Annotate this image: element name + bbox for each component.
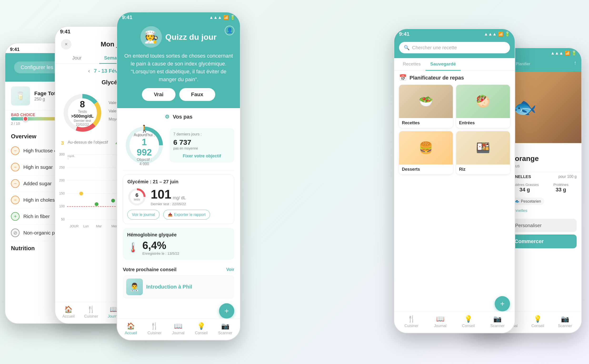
glycemie-actions: Voir le journal 📤 Exporter le rapport xyxy=(127,210,230,220)
cook-icon-3: 🍴 xyxy=(150,322,159,330)
tab-sauvegarde[interactable]: Sauvegardé xyxy=(425,58,461,71)
tab-jour[interactable]: Jour xyxy=(67,53,86,64)
recipe-card-4[interactable]: 🍱 Riz xyxy=(456,131,510,174)
nav-conseil-3[interactable]: 💡 Conseil xyxy=(195,322,207,335)
prev-arrow[interactable]: ‹ xyxy=(88,68,90,74)
nt-value-proteines: 33 g xyxy=(545,187,577,193)
conseil-card: 👨‍⚕️ Introduction à Phil xyxy=(117,272,240,301)
tab-recettes[interactable]: Recettes xyxy=(398,58,425,71)
svg-text:JOUR: JOUR xyxy=(70,224,78,228)
good-icon-1: + xyxy=(11,212,19,221)
home-icon: 🏠 xyxy=(64,306,73,313)
recipe-card-2[interactable]: 🥙 Entrées xyxy=(456,85,510,128)
nav-scanner-5[interactable]: 📷 Scanner xyxy=(558,315,572,328)
hba1c-sub: Enregistrée le : 13/5/22 xyxy=(142,251,179,255)
user-icon[interactable]: 👤 xyxy=(225,26,234,35)
journal-icon-3: 📖 xyxy=(174,322,182,330)
svg-text:mg/dL: mg/dL xyxy=(68,155,75,157)
nav-conseil-4[interactable]: 💡 Conseil xyxy=(462,315,475,328)
donut-date: 22/02/22 xyxy=(71,123,94,126)
donut-tests-label: Tests xyxy=(71,110,94,114)
nav-cuisiner[interactable]: 🍴 Cuisiner xyxy=(84,306,98,318)
gc-value: 101 xyxy=(151,188,171,201)
gc-circle-inner: 6 tests xyxy=(134,192,140,201)
time-2: 9:41 xyxy=(60,29,71,35)
exporter-btn[interactable]: 📤 Exporter le rapport xyxy=(163,210,210,220)
svg-point-17 xyxy=(79,192,83,195)
svg-text:250: 250 xyxy=(59,165,65,169)
hba1c-section: Hémoglobine glyquée 🌡️ 6,4% Enregistrée … xyxy=(117,228,240,264)
nav-label-conseil-3: Conseil xyxy=(195,331,207,335)
nav-scanner-3[interactable]: 📷 Scanner xyxy=(218,322,232,335)
svg-text:100: 100 xyxy=(59,204,65,208)
quiz-btn-faux[interactable]: Faux xyxy=(179,88,215,101)
conseil-icon-3: 💡 xyxy=(197,322,206,330)
quiz-title-row: 🧑‍🍳 Quizz du jour xyxy=(123,26,234,48)
share-icon[interactable]: ↑ xyxy=(574,59,577,68)
warn-icon-1: − xyxy=(11,146,19,155)
overview-text-3: Added sugar xyxy=(23,181,52,186)
recipe-tabs: Recettes Sauvegardé xyxy=(394,58,515,71)
fish-icon: 🐟 xyxy=(515,199,519,203)
nav-journal-3[interactable]: 📖 Journal xyxy=(172,322,184,335)
svg-text:50: 50 xyxy=(61,217,65,221)
nt-per: pour 100 g xyxy=(558,175,577,181)
nav-label-cuisiner-3: Cuisiner xyxy=(148,331,162,335)
calendar-icon: 📅 xyxy=(399,74,407,81)
recipe-card-1[interactable]: 🥗 Recettes xyxy=(399,85,453,128)
quiz-btn-vrai[interactable]: Vrai xyxy=(142,88,175,101)
gc-tests: 6 xyxy=(134,192,140,198)
svg-text:300: 300 xyxy=(59,152,65,156)
recipe-label-2: Entrées xyxy=(456,118,510,128)
planif-header: 📅 Planificateur de repas xyxy=(394,71,515,85)
nav-label-accueil-3: Accueil xyxy=(125,331,137,335)
steps-goal-value: 4 000 xyxy=(134,162,155,166)
voir-journal-btn[interactable]: Voir le journal xyxy=(127,210,160,220)
nav-label-cuisiner: Cuisiner xyxy=(84,314,98,318)
nav-label-scanner-3: Scanner xyxy=(218,331,232,335)
nav-cuisiner-4[interactable]: 🍴 Cuisiner xyxy=(404,315,419,328)
fab-recipe-btn[interactable]: + xyxy=(495,296,510,311)
nav-accueil[interactable]: 🏠 Accueil xyxy=(62,306,75,318)
glycemie-card: Glycémie : 21 – 27 juin 6 tests xyxy=(123,175,234,224)
cook-icon-4: 🍴 xyxy=(407,315,416,323)
nav-conseil-5[interactable]: 💡 Conseil xyxy=(531,315,544,328)
close-btn[interactable]: × xyxy=(61,39,71,50)
gc-last-test: Dernier test : 22/05/22 xyxy=(151,202,186,206)
recipe-card-3[interactable]: 🍔 Desserts xyxy=(399,131,453,174)
nav-cuisiner-3[interactable]: 🍴 Cuisiner xyxy=(148,322,162,335)
nav-scanner-4[interactable]: 📷 Scanner xyxy=(491,315,505,328)
gear-icon: ⚙ xyxy=(165,114,169,120)
recipe-img-2: 🥙 xyxy=(456,85,510,118)
svg-text:200: 200 xyxy=(59,178,65,182)
rating-score: 2 / 10 xyxy=(11,121,20,125)
recipe-grid: 🥗 Recettes 🥙 Entrées 🍔 Desserts 🍱 Riz xyxy=(394,85,515,178)
nav-accueil-3[interactable]: 🏠 Accueil xyxy=(125,322,137,335)
conseil-icon-4: 💡 xyxy=(464,315,472,323)
voir-link[interactable]: Voir xyxy=(226,267,234,272)
status-bar-4: 9:41 ▲▲▲📶🔋 xyxy=(394,29,515,38)
recipe-search: 🔍 Chercher une recette xyxy=(394,38,515,58)
steps-7days-value: 6 737 xyxy=(173,138,230,146)
status-bar-3: 9:41 ▲▲▲📶🔋 xyxy=(117,12,240,21)
search-placeholder: Chercher une recette xyxy=(412,45,457,51)
conseil-section-title: Votre prochaine conseil xyxy=(123,267,176,272)
steps-circle-inner: 🚶 Aujourd'hui : 1 992 Objectif : 4 000 xyxy=(134,124,155,166)
nav-journal-4[interactable]: 📖 Journal xyxy=(434,315,447,328)
steps-row: 🚶 Aujourd'hui : 1 992 Objectif : 4 000 7… xyxy=(123,124,234,167)
time-1: 9:41 xyxy=(10,47,19,52)
journal-icon-4: 📖 xyxy=(436,315,445,323)
glycemie-card-wrapper: Glycémie : 21 – 27 juin 6 tests xyxy=(117,175,240,301)
hba1c-card: Hémoglobine glyquée 🌡️ 6,4% Enregistrée … xyxy=(123,228,234,260)
divider-1 xyxy=(123,170,234,171)
fix-objective-btn[interactable]: Fixer votre objectif xyxy=(173,154,230,159)
fab-btn[interactable]: + xyxy=(219,303,234,318)
bottom-nav-4: 🍴 Cuisiner 📖 Journal 💡 Conseil 📷 Scanner xyxy=(394,311,515,333)
search-box[interactable]: 🔍 Chercher une recette xyxy=(399,42,510,53)
recipe-img-3: 🍔 xyxy=(399,131,453,164)
donut-value: >500mg/dL xyxy=(71,114,94,119)
overview-text-2: High in sugar xyxy=(23,164,53,170)
status-icons-4: ▲▲▲📶🔋 xyxy=(484,32,510,37)
recipe-label-4: Riz xyxy=(456,164,510,174)
steps-goal-label: Objectif : xyxy=(134,158,155,162)
